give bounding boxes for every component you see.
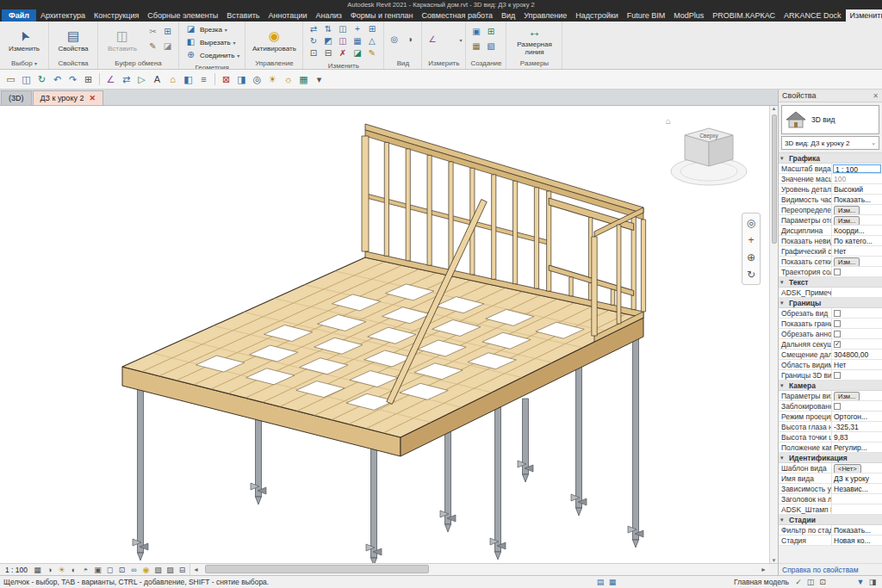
property-value[interactable]	[832, 494, 882, 504]
ribbon-tab-Архитектура[interactable]: Архитектура	[36, 9, 90, 22]
cut-icon[interactable]: ✂	[146, 26, 159, 38]
override-graphics-icon[interactable]: ◑	[403, 34, 416, 46]
temporary-hide-isolate-icon[interactable]: ∞	[128, 565, 140, 575]
materials-icon[interactable]: ▦	[296, 72, 311, 87]
close-icon[interactable]: ✕	[873, 92, 879, 100]
property-value[interactable]	[832, 267, 882, 276]
worksets-icon[interactable]: ▤	[594, 577, 606, 588]
ribbon-tab-Future BIM[interactable]: Future BIM	[623, 9, 670, 22]
temporary-view-properties-icon[interactable]: ▨	[165, 565, 176, 575]
viewcube-graphic[interactable]: Сверху	[669, 118, 748, 194]
properties-section-Границы[interactable]: Границы	[779, 298, 882, 308]
property-value[interactable]	[832, 370, 882, 380]
ribbon-tab-Файл[interactable]: Файл	[2, 9, 36, 22]
split-icon[interactable]: ◫	[336, 35, 349, 47]
copy-icon[interactable]: ⊞	[161, 26, 174, 38]
panel-label-select[interactable]: Выбор ▾	[0, 59, 48, 69]
ribbon-tab-Анализ[interactable]: Анализ	[312, 9, 346, 22]
scroll-up-icon[interactable]: ▲	[772, 106, 777, 111]
property-value[interactable]: Регулир...	[832, 443, 882, 452]
measure-icon[interactable]: ∠	[103, 72, 118, 87]
floor-platform[interactable]	[122, 257, 643, 456]
rotate-icon[interactable]: ↻	[307, 35, 320, 47]
scroll-right-icon[interactable]: ►	[758, 566, 769, 573]
property-value[interactable]: По катего...	[832, 236, 882, 245]
ribbon-tab-PROBIM.КАРКАС[interactable]: PROBIM.КАРКАС	[708, 9, 780, 22]
properties-section-Графика[interactable]: Графика	[779, 153, 882, 164]
save-icon[interactable]: ◫	[19, 72, 34, 87]
properties-section-Стадии[interactable]: Стадии	[779, 515, 882, 525]
match-type-icon[interactable]: ✎	[146, 40, 159, 53]
viewcube[interactable]: ⌂ Сверху	[669, 118, 748, 194]
unpin-icon[interactable]: ⊟	[321, 47, 334, 59]
modify-button[interactable]: ➤ Изменить	[3, 28, 45, 53]
redo-icon[interactable]: ↷	[65, 72, 80, 87]
paste-button[interactable]: ◫ Вставить	[102, 28, 143, 53]
property-value[interactable]	[832, 308, 882, 318]
press-drag-icon[interactable]: ⊡	[817, 577, 829, 588]
orbit-icon[interactable]: ↻	[743, 267, 759, 282]
property-value[interactable]: Показать...	[832, 525, 882, 535]
visual-style-icon[interactable]: ◑	[44, 565, 55, 575]
properties-header[interactable]: Свойства ✕	[779, 90, 882, 102]
checkbox[interactable]	[834, 310, 841, 317]
navigation-wheel-icon[interactable]: ◎	[743, 215, 759, 231]
reveal-hidden-elements-icon[interactable]: ◉	[140, 565, 152, 575]
geometry-item-Вырезать[interactable]: ◧Вырезать▾	[183, 36, 241, 48]
shadows-icon[interactable]: ◐	[68, 565, 79, 575]
properties-button[interactable]: ▤ Свойства	[53, 28, 94, 53]
measure-icon[interactable]: ∠	[425, 34, 438, 46]
property-value[interactable]	[832, 319, 882, 328]
create-assembly-icon[interactable]: ▦	[469, 40, 482, 53]
chevron-down-icon[interactable]: ▾	[459, 37, 462, 43]
pin-icon[interactable]: ⊡	[307, 47, 320, 59]
align-icon[interactable]: ⇄	[307, 23, 320, 35]
3d-model[interactable]	[0, 106, 769, 563]
view-tab-ДЗ к уроку 2[interactable]: ДЗ к уроку 2✕	[33, 90, 103, 105]
aligned-dimension-icon[interactable]: ⇄	[119, 72, 134, 87]
scale-icon[interactable]: △	[365, 35, 378, 47]
viewcube-home-icon[interactable]: ⌂	[666, 116, 671, 126]
hide-elements-icon[interactable]: ◎	[388, 34, 401, 46]
property-value[interactable]	[832, 401, 882, 411]
ribbon-tab-ModPlus[interactable]: ModPlus	[669, 9, 708, 22]
sun-settings-icon[interactable]: ☼	[281, 72, 295, 87]
property-value[interactable]: Изм...	[832, 257, 882, 266]
editable-only-icon[interactable]: ✓	[792, 577, 804, 588]
property-value[interactable]: Изм...	[832, 215, 882, 225]
checkbox[interactable]	[834, 341, 841, 348]
detail-level-icon[interactable]: ▦	[32, 565, 43, 575]
property-value[interactable]	[832, 288, 882, 297]
paste-aligned-icon[interactable]: ◪	[161, 40, 174, 53]
switch-windows-icon[interactable]: ◨	[234, 72, 249, 87]
design-options-icon[interactable]: ▦	[606, 577, 618, 588]
properties-help-link[interactable]: Справка по свойствам	[782, 566, 859, 574]
copy-icon[interactable]: ⊞	[365, 23, 378, 35]
viewcube-top-label[interactable]: Сверху	[699, 133, 718, 139]
property-value[interactable]: -325,31	[832, 422, 882, 431]
view-tab-(3D)[interactable]: (3D)	[1, 90, 32, 105]
close-inactive-views-icon[interactable]: ⊠	[219, 72, 233, 87]
sync-with-central-icon[interactable]: ↻	[34, 72, 49, 87]
ribbon-tab-Совместная работа[interactable]: Совместная работа	[418, 9, 497, 22]
property-value[interactable]: Показать...	[832, 195, 882, 204]
worksharing-display-icon[interactable]: ▧	[152, 565, 164, 575]
property-value[interactable]: Ортогон...	[832, 412, 882, 421]
crop-view-icon[interactable]: ▣	[92, 565, 103, 575]
edit-button[interactable]: Изм...	[834, 206, 860, 214]
property-value[interactable]	[832, 504, 882, 514]
offset-icon[interactable]: ⇅	[321, 23, 334, 35]
properties-section-Идентификация[interactable]: Идентификация	[779, 453, 882, 463]
edit-button[interactable]: <Нет>	[834, 464, 861, 473]
property-value[interactable]: Изм...	[832, 391, 882, 400]
checkbox[interactable]	[834, 403, 841, 410]
horizontal-scroll-thumb[interactable]	[205, 565, 429, 573]
properties-section-Камера[interactable]: Камера	[779, 381, 882, 391]
ribbon-tab-Вид[interactable]: Вид	[497, 9, 519, 22]
rendering-dialog-icon[interactable]: ◓	[80, 565, 91, 575]
property-value[interactable]: 1 : 100	[833, 164, 881, 173]
ribbon-tab-Надстройки[interactable]: Надстройки	[571, 9, 622, 22]
properties-section-Текст[interactable]: Текст	[779, 277, 882, 288]
property-value[interactable]: Нет	[832, 246, 882, 256]
checkbox[interactable]	[834, 372, 841, 379]
